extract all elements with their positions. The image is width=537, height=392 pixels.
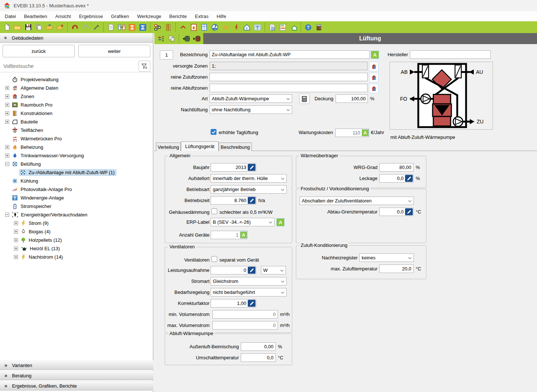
open-folder-icon[interactable] [12,22,23,32]
duplicate-icon[interactable] [166,34,177,43]
erp-label-select[interactable]: B (SEV -34..<-26) [211,218,275,226]
sidebar-item-teilflaechen[interactable]: Teilflächen [0,126,153,134]
database-export-icon[interactable] [191,34,202,43]
sidebar-item-allgemeine-daten[interactable]: Allgemeine Daten [0,84,153,92]
calculator-button[interactable] [299,94,309,104]
sidebar-header[interactable]: » Gebäudedaten [0,33,153,43]
save-icon[interactable] [23,22,33,32]
nachtlueftung-select[interactable]: ohne Nachtlüftung [210,105,292,114]
undo-icon[interactable] [69,22,80,32]
abtau-grenztemperatur-input[interactable] [380,208,405,216]
expand-plus-icon[interactable] [5,145,9,149]
expand-plus-icon[interactable] [5,120,9,124]
tab-verteilung[interactable]: Verteilung [156,143,181,151]
redo-icon[interactable] [80,22,91,32]
panel-beratung[interactable]: » Beratung [0,371,153,380]
house-euro-icon[interactable]: € [241,22,252,32]
korrekturfaktor-input[interactable] [211,299,248,307]
sidebar-item-nachtstrom[interactable]: Nachtstrom (14) [0,253,153,261]
menu-berichte[interactable]: Berichte [165,14,191,19]
house-consulting-icon[interactable] [288,22,299,32]
sidebar-item-strom[interactable]: Strom (9) [0,219,153,227]
sidebar-item-bauteile[interactable]: Bauteile [0,118,153,126]
import-project-icon[interactable] [44,22,55,32]
ventilatoren-separat-checkbox[interactable] [211,256,217,262]
expand-plus-icon[interactable] [5,94,9,98]
wind-energy-icon[interactable] [252,22,263,32]
sidebar-item-raumbuch-pro[interactable]: Raumbuch Pro [0,101,153,109]
min-volumenstrom-input[interactable] [212,310,278,319]
bedarfsregelung-select[interactable]: nicht bedarfsgeführt [211,288,287,296]
next-button[interactable]: weiter [78,45,150,57]
expand-plus-icon[interactable] [5,103,9,107]
umschalttemperatur-input[interactable] [241,353,276,362]
menu-grafiken[interactable]: Grafiken [107,14,133,19]
sidebar-item-waermebruecken-pro[interactable]: Wärmebrücken Pro [0,134,153,143]
max-volumenstrom-input[interactable] [212,321,278,330]
wizard-icon[interactable] [91,22,101,32]
sidebar-item-stromspeicher[interactable]: Stromspeicher [0,202,153,211]
reine-zuluftzonen-input[interactable] [210,73,368,81]
aufstellort-select[interactable]: innerhalb der therm. Hülle [211,174,287,183]
expand-plus-icon[interactable] [14,255,18,259]
menu-ergebnisse[interactable]: Ergebnisse [75,14,107,19]
help-icon[interactable]: ? [303,22,314,32]
sidebar-item-projektverwaltung[interactable]: Projektverwaltung [0,75,153,84]
sidebar-item-holzpellets[interactable]: Holzpellets (12) [0,236,153,244]
sidebar-item-zonen[interactable]: Zonen [0,92,153,101]
edit-pencil-button[interactable] [248,164,255,171]
sun-icon[interactable] [220,22,231,32]
wrg-grad-input[interactable] [379,163,414,172]
report-icon[interactable] [267,22,278,32]
window-icon[interactable] [199,22,210,32]
sidebar-item-energietraeger[interactable]: Energieträger/Verbrauchsdaten [0,211,153,219]
sidebar-item-konstruktionen[interactable]: Konstruktionen [0,109,153,118]
auto-badge-button[interactable]: A [371,51,379,59]
deckung-input[interactable] [336,94,368,103]
sidebar-item-beheizung[interactable]: Beheizung [0,143,153,151]
versorgte-zonen-input[interactable] [210,62,368,70]
expand-plus-icon[interactable] [14,221,18,225]
heating-icon[interactable] [188,22,199,32]
auto-badge-button[interactable]: A [362,129,369,136]
exit-door-icon[interactable] [314,22,324,32]
sidebar-item-photovoltaik[interactable]: Photovoltaik-Anlage Pro [0,185,153,194]
sidebar-item-belueftung[interactable]: Belüftung [0,160,153,168]
expand-plus-icon[interactable] [5,86,9,90]
aussenluft-beimischung-input[interactable] [241,342,276,351]
wartungskosten-input[interactable] [336,129,362,137]
art-select[interactable]: Abluft-Zuluft-Wärmepumpe [210,94,292,103]
search-input[interactable] [3,63,139,69]
zone-picker-button[interactable] [369,84,379,93]
gehaeusedaemmung-checkbox[interactable] [211,208,217,214]
zone-picker-button[interactable] [369,62,379,71]
leistungsaufnahme-input[interactable] [211,266,248,274]
new-file-icon[interactable] [1,22,12,32]
baujahr-input[interactable] [211,163,248,171]
auto-badge-button[interactable]: A [240,231,247,238]
edit-pencil-button[interactable] [405,208,413,215]
copy-icon[interactable] [33,22,44,32]
sidebar-item-kuehlung[interactable]: Kühlung [0,177,153,185]
stromart-select[interactable]: Gleichstrom [211,277,287,285]
compare-documents-icon[interactable] [116,22,127,32]
edit-pencil-button[interactable] [248,300,255,307]
energy-label-icon[interactable] [278,22,288,32]
sidebar-item-trinkwarmwasser[interactable]: Trinkwarmwasser-Versorgung [0,151,153,160]
collapse-minus-icon[interactable] [5,162,9,166]
betriebszeit-input[interactable] [211,197,248,204]
sidebar-item-heizoel[interactable]: Heizöl EL (13) [0,244,153,253]
sum-blue-icon[interactable] [137,22,148,32]
betriebsart-select[interactable]: ganzjähriger Betrieb [211,185,287,194]
sidebar-item-windenergie[interactable]: Windenergie-Anlage [0,194,153,202]
flowchart-icon[interactable] [152,22,163,32]
menu-ansicht[interactable]: Ansicht [51,14,75,19]
tab-lueftungsgeraet[interactable]: Lüftungsgerät [181,141,219,151]
sidebar-item-biogas[interactable]: Biogas (4) [0,227,153,236]
tab-beschreibung[interactable]: Beschreibung [219,143,252,151]
menu-werkzeuge[interactable]: Werkzeuge [133,14,165,19]
expand-plus-icon[interactable] [5,154,9,158]
expand-plus-icon[interactable] [14,238,18,242]
edit-pencil-button[interactable] [248,267,255,274]
reine-abluftzonen-input[interactable] [210,84,368,92]
